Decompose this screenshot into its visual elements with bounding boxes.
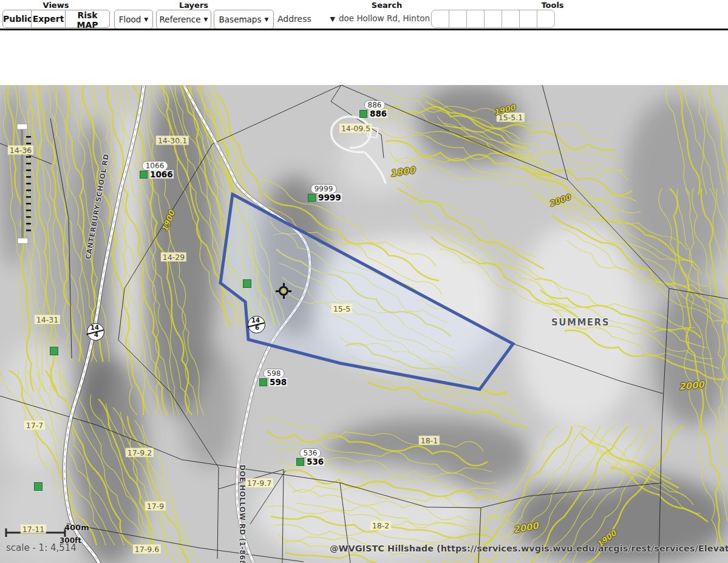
- address-number: 536: [306, 457, 324, 466]
- flood-layers-dropdown[interactable]: Flood▼: [114, 10, 153, 29]
- parcel-label: 17-9.6: [133, 545, 161, 554]
- public-view-button[interactable]: Public: [2, 10, 32, 28]
- shield-top-number: 14: [90, 325, 99, 331]
- tool-button-7[interactable]: [537, 10, 555, 28]
- address-marker: 9999: [308, 193, 342, 202]
- search-input[interactable]: [338, 10, 431, 27]
- address-point-icon: [308, 194, 316, 202]
- address-point-icon: [296, 458, 304, 466]
- chevron-down-icon: ▼: [204, 16, 208, 22]
- map-canvas[interactable]: 14-30.1 14-09.5 15-5.1 14-29 14-31 15-5 …: [0, 85, 728, 563]
- map-attribution: @WVGISTC Hillshade (https://services.wvg…: [330, 544, 728, 553]
- parcel-label: 14-29: [161, 253, 186, 262]
- parcel-label: 17-11: [21, 525, 46, 534]
- address-marker: 536: [296, 457, 324, 466]
- search-result-target-icon: [276, 283, 291, 299]
- parcel-label: 17-9: [145, 502, 166, 511]
- reference-dropdown-label: Reference: [160, 15, 201, 24]
- address-number: 598: [269, 378, 287, 386]
- parcel-label: 15-5: [332, 304, 352, 313]
- expert-view-button[interactable]: Expert: [31, 10, 66, 28]
- toolbar: Views Layers Search Tools Public Expert …: [0, 0, 728, 85]
- contour-elevation-label: 2000: [678, 379, 704, 392]
- route-shield-14-6: 14 6: [248, 316, 265, 333]
- shield-bottom-number: 4: [94, 332, 98, 338]
- tools-group-label: Tools: [431, 1, 674, 10]
- address-marker: 886: [359, 109, 387, 118]
- road-name-label: DOE HOLLOW RD (1-868: [238, 465, 247, 563]
- tool-button-3[interactable]: [466, 10, 485, 28]
- address-number: 9999: [318, 193, 342, 202]
- chevron-down-icon: ▼: [264, 16, 268, 22]
- route-shield-14-4: 14 4: [87, 323, 104, 341]
- target-tick: [288, 290, 291, 292]
- county-name-label: SUMMERS: [551, 317, 610, 328]
- tool-button-6[interactable]: [519, 10, 537, 28]
- address-point-icon: [359, 110, 367, 118]
- parcel-label: 14-36: [8, 146, 33, 155]
- risk-map-view-button[interactable]: Risk MAP: [65, 10, 110, 28]
- address-point-icon: [140, 171, 148, 179]
- layers-group-label: Layers: [114, 1, 273, 10]
- parcel-label: 14-09.5: [339, 124, 372, 133]
- tool-button-2[interactable]: [449, 10, 467, 28]
- parcel-label: 17-9.7: [245, 479, 273, 488]
- shield-top-number: 14: [251, 318, 260, 324]
- parcel-label: 17-7: [24, 421, 45, 430]
- parcel-label: 18-1: [419, 436, 440, 445]
- building-icon: [34, 482, 43, 491]
- address-marker: 1066: [140, 170, 174, 179]
- address-number: 886: [369, 109, 387, 118]
- parcel-label: 14-31: [35, 315, 60, 324]
- target-center-dot: [282, 289, 285, 293]
- views-button-group: Public Expert Risk MAP: [2, 10, 110, 28]
- tool-button-4[interactable]: [484, 10, 502, 28]
- target-tick: [283, 283, 285, 286]
- chevron-down-icon: ▼: [144, 16, 148, 22]
- address-point-icon: [259, 378, 267, 386]
- target-tick: [276, 290, 279, 292]
- parcel-label: 18-2: [370, 521, 391, 530]
- target-tick: [283, 296, 285, 299]
- tool-button-5[interactable]: [502, 10, 520, 28]
- building-icon: [50, 347, 58, 355]
- search-type-label: Address: [277, 14, 311, 24]
- basemaps-dropdown[interactable]: Basemaps▼: [214, 10, 274, 29]
- toolbar-divider: [0, 29, 728, 30]
- scale-metric-label: 400m: [64, 523, 89, 532]
- address-number: 1066: [149, 170, 174, 179]
- shield-bottom-number: 6: [255, 325, 259, 331]
- basemaps-dropdown-label: Basemaps: [219, 15, 262, 24]
- flood-dropdown-label: Flood: [119, 15, 141, 24]
- search-type-select[interactable]: Address ▼: [277, 10, 335, 28]
- chevron-down-icon: ▼: [330, 15, 335, 23]
- views-group-label: Views: [2, 1, 109, 10]
- scale-ratio-label: scale - 1: 4,514: [6, 542, 77, 553]
- address-marker: 598: [259, 378, 287, 386]
- reference-layers-dropdown[interactable]: Reference▼: [156, 10, 211, 29]
- tools-button-group: [431, 10, 555, 28]
- parcel-label: 17-9.2: [126, 448, 154, 457]
- building-icon: [243, 279, 251, 288]
- parcel-label: 14-30.1: [156, 136, 189, 145]
- tool-button-1[interactable]: [431, 10, 449, 28]
